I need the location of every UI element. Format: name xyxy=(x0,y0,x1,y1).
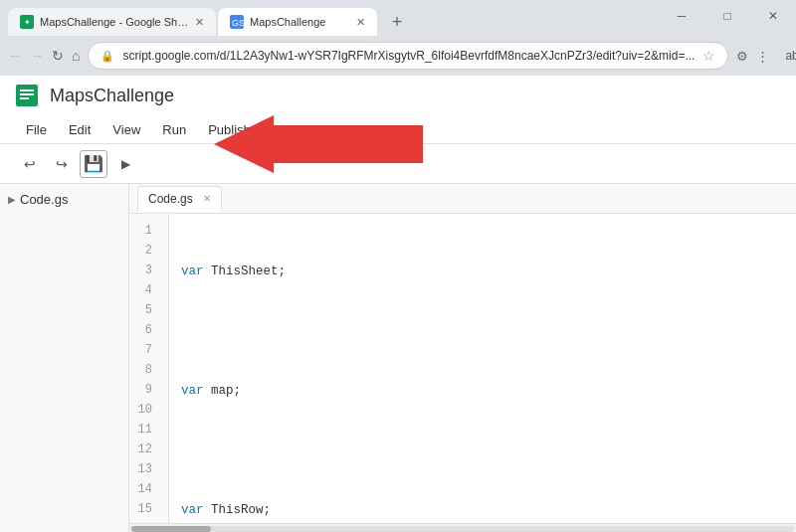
line-numbers: 1 2 3 4 5 6 7 8 9 10 11 12 13 14 15 16 1… xyxy=(129,214,169,523)
app-title: MapsChallenge xyxy=(50,86,174,106)
menu-view[interactable]: View xyxy=(102,118,150,141)
undo-button[interactable]: ↩ xyxy=(16,150,44,178)
code-content[interactable]: var ThisSheet; var map; var ThisRow; var… xyxy=(169,214,796,523)
tab2-title: MapsChallenge xyxy=(250,16,325,28)
user-account[interactable]: abouhatab@yahoo.com xyxy=(785,49,796,63)
horizontal-scrollbar[interactable] xyxy=(129,523,796,532)
toolbar: ↩ ↪ 💾 ▶ xyxy=(0,144,796,184)
code-line-4 xyxy=(181,441,784,460)
sidebar-chevron: ▶ xyxy=(8,194,16,205)
editor-area: Code.gs ✕ 1 2 3 4 5 6 7 8 9 10 11 12 13 … xyxy=(129,184,796,532)
editor-tab-close[interactable]: ✕ xyxy=(203,193,211,204)
editor-tab-code-gs[interactable]: Code.gs ✕ xyxy=(137,186,222,212)
code-line-1: var ThisSheet; xyxy=(181,262,784,281)
minimize-button[interactable]: ─ xyxy=(659,0,704,32)
menu-publish[interactable]: Publish xyxy=(198,118,261,141)
url-text: script.google.com/d/1L2A3yNw1-wYSR7IgRFM… xyxy=(122,49,695,63)
url-bar[interactable]: 🔒 script.google.com/d/1L2A3yNw1-wYSR7IgR… xyxy=(88,42,728,70)
menu-help[interactable]: Help xyxy=(346,118,393,141)
menu-resources[interactable]: Resources xyxy=(263,118,344,141)
svg-rect-5 xyxy=(20,97,29,99)
menu-bar: File Edit View Run Publish Resources Hel… xyxy=(0,115,796,143)
bookmark-icon[interactable]: ☆ xyxy=(702,48,715,64)
editor-tabs: Code.gs ✕ xyxy=(129,184,796,214)
lock-icon: 🔒 xyxy=(100,50,114,63)
menu-file[interactable]: File xyxy=(16,118,57,141)
new-tab-button[interactable]: + xyxy=(383,8,411,36)
menu-run[interactable]: Run xyxy=(152,118,196,141)
home-button[interactable]: ⌂ xyxy=(72,43,80,69)
code-line-5: var ThisRow; xyxy=(181,500,784,520)
menu-button[interactable]: ⋮ xyxy=(756,43,769,69)
code-line-3: var map; xyxy=(181,381,784,401)
menu-edit[interactable]: Edit xyxy=(59,118,100,141)
address-bar: ← → ↻ ⌂ 🔒 script.google.com/d/1L2A3yNw1-… xyxy=(0,36,796,76)
editor-tab-label: Code.gs xyxy=(148,192,193,206)
sheets-tab-icon: ✦ xyxy=(20,15,34,29)
save-button[interactable]: 💾 xyxy=(80,150,107,178)
sidebar-file-item[interactable]: ▶ Code.gs xyxy=(0,188,128,211)
sidebar-file-label: Code.gs xyxy=(20,192,68,207)
redo-button[interactable]: ↪ xyxy=(48,150,76,178)
tab-mapschallenge[interactable]: GS MapsChallenge ✕ xyxy=(218,8,377,36)
tab-sheets[interactable]: ✦ MapsChallenge - Google Sheets ✕ xyxy=(8,8,216,36)
code-line-2 xyxy=(181,321,784,341)
svg-rect-4 xyxy=(20,93,34,95)
maximize-button[interactable]: □ xyxy=(704,0,750,32)
run-button[interactable]: ▶ xyxy=(111,150,139,178)
script-tab-icon: GS xyxy=(230,15,244,29)
close-button[interactable]: ✕ xyxy=(750,0,796,32)
svg-rect-3 xyxy=(20,89,34,91)
reload-button[interactable]: ↻ xyxy=(52,43,64,69)
tab1-title: MapsChallenge - Google Sheets xyxy=(40,16,189,28)
forward-button[interactable]: → xyxy=(30,43,44,69)
extensions-button[interactable]: ⚙ xyxy=(736,43,748,69)
app-icon xyxy=(16,85,38,106)
svg-text:GS: GS xyxy=(232,18,244,28)
tab1-close[interactable]: ✕ xyxy=(195,16,204,29)
file-sidebar: ▶ Code.gs xyxy=(0,184,129,532)
code-editor[interactable]: 1 2 3 4 5 6 7 8 9 10 11 12 13 14 15 16 1… xyxy=(129,214,796,523)
back-button[interactable]: ← xyxy=(8,43,22,69)
tab2-close[interactable]: ✕ xyxy=(356,16,365,29)
